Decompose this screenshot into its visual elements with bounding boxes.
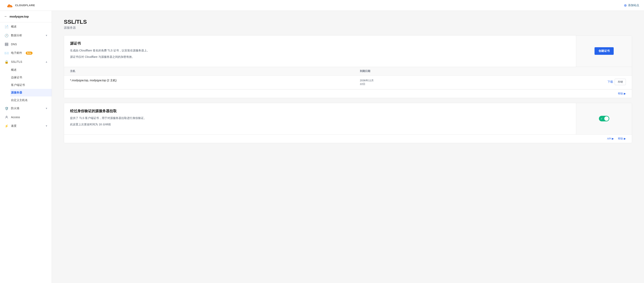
chevron-right-icon: ▶ [624, 137, 626, 140]
col-expiry: 到期日期 [354, 67, 482, 75]
sidebar-item-custom-hostname[interactable]: 自定义主机名 [10, 96, 52, 104]
chevron-right-icon: ▶ [612, 137, 614, 140]
auth-card-desc-1: 提供了 TLS 客户端证书，用于对源服务器拉取进行身份验证。 [70, 116, 570, 120]
create-cert-button[interactable]: 创建证书 [594, 47, 614, 55]
main-content: SSL/TLS 源服务器 源证书 生成由 Cloudflare 签名的免费 TL… [52, 11, 644, 283]
chevron-up-icon: ▲ [45, 60, 48, 63]
cloudflare-logo-icon [5, 2, 14, 8]
cert-host: *.modyqyw.top, modyqyw.top (2 主机) [64, 75, 354, 89]
auth-card-desc-2: 此设置上次更改时间为 16 分钟前 [70, 122, 570, 127]
layout: ← modyqyw.top 📄 概述 🕐 数据分析 ▼ DNS ✉️ 电子邮件 … [0, 11, 644, 283]
footer-links: API ▶ 帮助 ▶ [607, 137, 626, 141]
sidebar-item-dns[interactable]: DNS [0, 40, 52, 49]
sidebar-item-label: DNS [11, 43, 17, 46]
sidebar-item-label: 数据分析 [11, 34, 22, 37]
auth-card-body: 经过身份验证的源服务器拉取 提供了 TLS 客户端证书，用于对源服务器拉取进行身… [64, 103, 632, 134]
back-arrow-icon[interactable]: ← [4, 14, 8, 18]
overview-icon: 📄 [4, 25, 8, 29]
card-content: 源证书 生成由 Cloudflare 签名的免费 TLS 证书，以安装在源服务器… [64, 35, 576, 67]
col-actions [482, 67, 632, 75]
auth-card-footer: API ▶ 帮助 ▶ [64, 134, 632, 143]
origin-cert-card: 源证书 生成由 Cloudflare 签名的免费 TLS 证书，以安装在源服务器… [64, 35, 632, 98]
sidebar-item-ssl-overview[interactable]: 概述 [10, 66, 52, 74]
auth-api-link[interactable]: API ▶ [607, 137, 614, 140]
page-title: SSL/TLS [64, 19, 632, 25]
sidebar-item-label: 概述 [11, 25, 16, 28]
analytics-icon: 🕐 [4, 33, 8, 37]
svg-rect-1 [5, 44, 8, 45]
sidebar-item-label: 速度 [11, 124, 16, 128]
svg-rect-2 [5, 45, 8, 46]
sidebar-item-edge-certs[interactable]: 边缘证书 [10, 74, 52, 81]
svg-point-3 [6, 116, 7, 117]
sidebar-item-label: SSL/TLS [11, 60, 22, 63]
chevron-down-icon: ▼ [45, 107, 48, 110]
sidebar-item-access[interactable]: Access [0, 113, 52, 122]
sidebar-item-analytics[interactable]: 🕐 数据分析 ▼ [0, 31, 52, 40]
sidebar-item-label: 电子邮件 [11, 51, 22, 55]
sidebar-item-origin-server[interactable]: 源服务器 [10, 89, 52, 96]
sidebar-item-email[interactable]: ✉️ 电子邮件 Beta [0, 49, 52, 57]
cert-table: 主机 到期日期 *.modyqyw.top, modyqyw.top (2 主机… [64, 67, 632, 89]
topbar: CLOUDFLARE ⊕ 添加站点 [0, 0, 644, 11]
beta-badge: Beta [26, 52, 32, 55]
auth-help-link[interactable]: 帮助 ▶ [618, 137, 626, 141]
cert-card-footer: 帮助 ▶ [64, 89, 632, 98]
auth-card-content: 经过身份验证的源服务器拉取 提供了 TLS 客户端证书，用于对源服务器拉取进行身… [64, 103, 576, 134]
sidebar-item-label: 防火墙 [11, 107, 19, 110]
sidebar-domain: ← modyqyw.top [0, 11, 52, 22]
sidebar-item-label: Access [11, 116, 20, 119]
domain-name: modyqyw.top [10, 15, 29, 18]
cert-action-buttons: 下载 吊销 [488, 79, 626, 85]
card-title: 源证书 [70, 41, 570, 46]
card-body: 源证书 生成由 Cloudflare 签名的免费 TLS 证书，以安装在源服务器… [64, 35, 632, 67]
sidebar-item-ssl[interactable]: 🔒 SSL/TLS ▲ [0, 57, 52, 66]
ssl-submenu: 概述 边缘证书 客户端证书 源服务器 自定义主机名 [0, 66, 52, 104]
col-host: 主机 [64, 67, 354, 75]
auth-pull-card: 经过身份验证的源服务器拉取 提供了 TLS 客户端证书，用于对源服务器拉取进行身… [64, 103, 632, 143]
sidebar-item-overview[interactable]: 📄 概述 [0, 22, 52, 31]
auth-pull-toggle[interactable]: ✓ [599, 116, 609, 121]
chevron-down-icon: ▼ [45, 34, 48, 37]
svg-rect-0 [5, 43, 8, 44]
dns-icon [4, 42, 8, 46]
cert-actions-cell: 下载 吊销 [482, 75, 632, 89]
speed-icon: ⚡ [4, 124, 8, 128]
sidebar: ← modyqyw.top 📄 概述 🕐 数据分析 ▼ DNS ✉️ 电子邮件 … [0, 11, 52, 283]
ssl-icon: 🔒 [4, 60, 8, 64]
firewall-icon: 🛡️ [4, 106, 8, 110]
sidebar-item-client-certs[interactable]: 客户端证书 [10, 81, 52, 89]
revoke-button[interactable]: 吊销 [615, 79, 626, 85]
auth-card-title: 经过身份验证的源服务器拉取 [70, 109, 570, 113]
cert-expiry: 2036年11月 22日 [354, 75, 482, 89]
sidebar-item-firewall[interactable]: 🛡️ 防火墙 ▼ [0, 104, 52, 113]
topbar-actions: ⊕ 添加站点 [624, 3, 639, 7]
table-row: *.modyqyw.top, modyqyw.top (2 主机) 2036年1… [64, 75, 632, 89]
toggle-check-icon: ✓ [600, 117, 603, 120]
add-site-button[interactable]: ⊕ 添加站点 [624, 3, 639, 7]
download-button[interactable]: 下载 [608, 80, 613, 84]
card-desc-2: 源证书仅对 Cloudflare 与源服务器之间的加密有效。 [70, 55, 570, 59]
page-subtitle: 源服务器 [64, 26, 632, 30]
logo-text: CLOUDFLARE [15, 4, 35, 7]
sidebar-item-speed[interactable]: ⚡ 速度 ▼ [0, 122, 52, 130]
chevron-down-icon: ▼ [45, 125, 48, 127]
card-desc-1: 生成由 Cloudflare 签名的免费 TLS 证书，以安装在源服务器上。 [70, 48, 570, 53]
logo: CLOUDFLARE [5, 2, 35, 8]
chevron-right-icon: ▶ [624, 92, 626, 95]
cert-help-link[interactable]: 帮助 ▶ [618, 92, 626, 95]
access-icon [4, 115, 8, 119]
auth-card-action: ✓ [576, 103, 632, 134]
card-action: 创建证书 [576, 35, 632, 67]
email-icon: ✉️ [4, 51, 8, 55]
